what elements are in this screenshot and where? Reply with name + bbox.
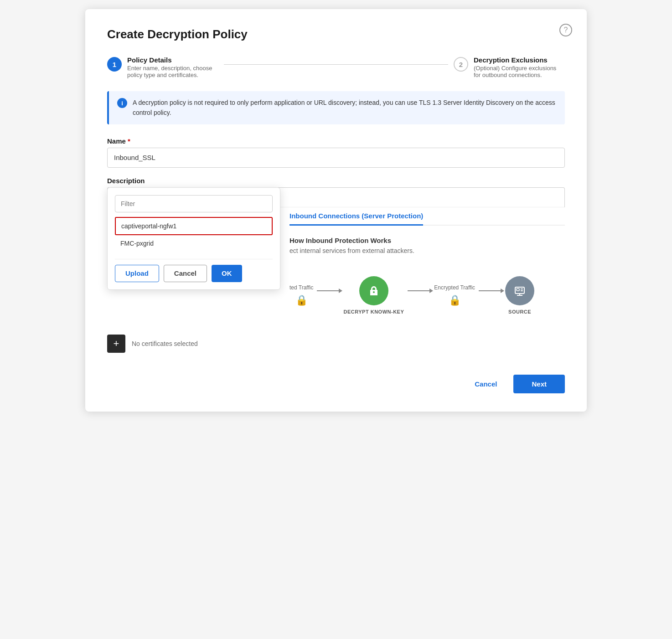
lock-icon-2: 🔒 xyxy=(449,294,461,306)
dropdown-item-fmc-pxgrid[interactable]: FMC-pxgrid xyxy=(115,235,273,252)
flow-arrow-1 xyxy=(313,290,343,291)
step-1-desc: Enter name, description, choose policy t… xyxy=(127,65,218,78)
add-cert-section: + No certificates selected xyxy=(107,335,565,353)
right-panel: Inbound Connections (Server Protection) … xyxy=(289,207,565,324)
how-works-title: How Inbound Protection Works xyxy=(289,237,565,244)
flow-item-3: Encrypted Traffic 🔒 xyxy=(434,284,475,306)
cancel-button[interactable]: Cancel xyxy=(465,375,506,393)
source-icon xyxy=(505,276,534,305)
flow-label-3: Encrypted Traffic xyxy=(434,284,475,291)
info-icon: i xyxy=(117,98,127,108)
flow-item-1: ted Traffic 🔒 xyxy=(289,284,313,306)
help-icon[interactable]: ? xyxy=(559,24,572,36)
next-button[interactable]: Next xyxy=(513,375,565,393)
step-2-title: Decryption Exclusions xyxy=(474,56,565,64)
svg-rect-1 xyxy=(517,289,519,291)
footer: Cancel Next xyxy=(107,375,565,393)
ok-button[interactable]: OK xyxy=(212,265,242,282)
flow-label-1: ted Traffic xyxy=(289,284,313,291)
content-area: captiveportal-ngfw1 FMC-pxgrid Upload Ca… xyxy=(107,187,565,324)
step-divider xyxy=(224,64,448,65)
flow-arrow-2 xyxy=(404,290,434,291)
stepper: 1 Policy Details Enter name, description… xyxy=(107,56,565,78)
upload-button[interactable]: Upload xyxy=(115,265,159,282)
flow-item-2: DECRYPT KNOWN-KEY xyxy=(343,276,404,314)
flow-label-4: SOURCE xyxy=(508,309,531,314)
dropdown-filter-input[interactable] xyxy=(115,195,273,212)
modal-container: ? Create Decryption Policy 1 Policy Deta… xyxy=(85,9,587,412)
flow-diagram: ted Traffic 🔒 DECRYPT KNOWN-KEY xyxy=(289,267,565,324)
step-1-title: Policy Details xyxy=(127,56,218,64)
step-1-circle: 1 xyxy=(107,57,122,72)
cancel-dropdown-button[interactable]: Cancel xyxy=(164,265,207,282)
flow-label-2: DECRYPT KNOWN-KEY xyxy=(343,309,404,314)
dropdown-item-captiveportal[interactable]: captiveportal-ngfw1 xyxy=(115,217,273,235)
info-text: A decryption policy is not required to o… xyxy=(133,98,557,118)
step-2-circle: 2 xyxy=(454,57,468,72)
info-banner: i A decryption policy is not required to… xyxy=(107,91,565,124)
dropdown-popup: captiveportal-ngfw1 FMC-pxgrid Upload Ca… xyxy=(107,187,280,290)
step-1: 1 Policy Details Enter name, description… xyxy=(107,56,218,78)
name-label: Name * xyxy=(107,137,565,145)
lock-icon-1: 🔒 xyxy=(295,294,308,306)
add-certificate-button[interactable]: + xyxy=(107,335,125,353)
required-asterisk: * xyxy=(128,137,130,145)
step-2-desc: (Optional) Configure exclusions for outb… xyxy=(474,65,565,78)
page-title: Create Decryption Policy xyxy=(107,27,565,41)
flow-item-4: SOURCE xyxy=(505,276,534,314)
description-label: Description xyxy=(107,177,565,185)
tabs: Inbound Connections (Server Protection) xyxy=(289,207,565,226)
dropdown-actions: Upload Cancel OK xyxy=(115,259,273,282)
svg-rect-3 xyxy=(521,290,523,291)
how-works-desc: ect internal services from external atta… xyxy=(289,247,565,254)
step-2: 2 Decryption Exclusions (Optional) Confi… xyxy=(454,56,565,78)
decrypt-icon xyxy=(359,276,388,305)
no-certificates-text: No certificates selected xyxy=(132,340,198,347)
tab-inbound[interactable]: Inbound Connections (Server Protection) xyxy=(289,207,423,226)
flow-arrow-3 xyxy=(475,290,505,291)
svg-rect-2 xyxy=(521,289,523,289)
name-input[interactable] xyxy=(107,148,565,168)
